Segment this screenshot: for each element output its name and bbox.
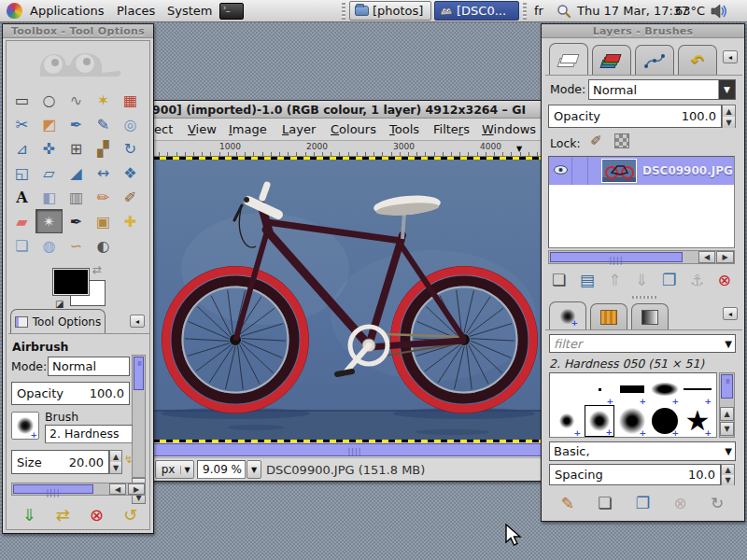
hscroll-left-button[interactable]: ◀ — [109, 483, 126, 495]
default-colours-icon[interactable]: ◪ — [55, 299, 63, 309]
tool-perspective[interactable]: ◢ — [63, 161, 90, 185]
size-link-icon[interactable]: ↯ — [124, 454, 133, 466]
save-tool-options-button[interactable]: ⇓ — [22, 505, 36, 525]
tool-options-scrollbar[interactable]: ≡ — [132, 355, 146, 478]
tool-pencil[interactable]: ✏ — [90, 185, 117, 209]
taskbar-item-dsc[interactable]: [DSC0... — [434, 1, 519, 21]
brush-grid[interactable]: ++++++++★+ — [549, 372, 717, 438]
duplicate-layer-button[interactable]: ❐ — [662, 271, 676, 289]
new-layer-group-button[interactable]: ▤ — [580, 271, 595, 289]
clock[interactable]: Thu 17 Mar, 17:37 — [577, 4, 688, 18]
spacing-slider[interactable]: Spacing 10.0 — [549, 464, 721, 485]
tool-scale[interactable]: ◱ — [8, 161, 35, 185]
tool-ellipse-select[interactable]: ○ — [35, 88, 63, 112]
layer-link-cell[interactable] — [571, 157, 588, 185]
menu-select[interactable]: ect — [154, 122, 173, 136]
paint-mode-dropdown[interactable]: Normal — [48, 357, 130, 376]
image-canvas[interactable] — [153, 157, 557, 442]
tool-options-hscrollbar[interactable]: |||| ◀ ▶ — [11, 483, 146, 496]
layer-opacity-slider[interactable]: Opacity 100.0 — [548, 105, 722, 128]
menu-places[interactable]: Places — [113, 3, 159, 20]
delete-tool-options-button[interactable]: ⊗ — [90, 505, 104, 525]
tool-paths[interactable]: ✒ — [63, 112, 90, 136]
brush-hardness-100[interactable]: + — [650, 405, 680, 437]
tab-tool-options[interactable]: Tool Options — [10, 309, 106, 333]
tool-ink[interactable]: ✒ — [63, 209, 90, 233]
size-spin-up[interactable]: ▲ — [110, 451, 121, 462]
size-spin-down[interactable]: ▼ — [110, 462, 121, 473]
delete-layer-button[interactable]: ⊗ — [718, 271, 731, 289]
opacity-spin-down[interactable]: ▼ — [723, 117, 735, 128]
temperature-indicator[interactable]: 63°C — [675, 4, 705, 18]
terminal-launcher-icon[interactable]: ›_ — [219, 3, 244, 20]
edit-brush-button[interactable]: ✎ — [561, 494, 574, 512]
layers-titlebar[interactable]: Layers - Brushes — [542, 24, 744, 38]
reset-tool-options-button[interactable]: ↺ — [123, 505, 137, 525]
tab-paths[interactable] — [635, 45, 674, 75]
tab-gradients[interactable] — [631, 303, 669, 329]
lock-alpha-icon[interactable] — [614, 133, 629, 148]
tool-gradient[interactable]: ▥ — [63, 185, 90, 209]
brush-block[interactable]: + — [617, 373, 647, 405]
distro-menu-icon[interactable] — [7, 3, 22, 19]
zoom-dropdown-button[interactable]: ▼ — [247, 460, 261, 479]
tool-heal[interactable]: ✚ — [117, 209, 144, 233]
tool-perspective-clone[interactable]: ❏ — [8, 233, 35, 258]
menu-filters[interactable]: Filters — [433, 122, 470, 136]
layer-mode-dropdown[interactable]: Normal ▼ — [588, 79, 736, 100]
menu-windows[interactable]: Windows — [482, 122, 536, 136]
brush-preview-button[interactable]: + — [11, 412, 39, 440]
tool-cage-transform[interactable]: ❖ — [117, 161, 144, 185]
duplicate-brush-button[interactable]: ❐ — [636, 494, 650, 512]
tool-smudge[interactable]: ∽ — [63, 233, 90, 258]
hscroll-right-button[interactable]: ▶ — [128, 483, 145, 495]
tool-align[interactable]: ⊞ — [63, 136, 90, 161]
brush-name-field[interactable]: 2. Hardness — [45, 425, 133, 443]
gimp-image-window[interactable]: 900] (imported)-1.0 (RGB colour, 1 layer… — [149, 100, 557, 482]
eye-icon[interactable] — [549, 164, 571, 177]
toolbox-titlebar[interactable]: Toolbox - Tool Options — [3, 24, 153, 38]
brushes-menu-button[interactable]: ◂ — [723, 307, 738, 320]
tool-clone[interactable]: ▣ — [90, 209, 117, 233]
layer-name[interactable]: DSC09900.JPG — [642, 164, 733, 177]
raise-layer-button[interactable]: ⇑ — [608, 271, 621, 289]
menu-colours[interactable]: Colours — [331, 122, 376, 136]
tool-text[interactable]: A — [8, 185, 35, 209]
tool-move[interactable]: ✜ — [35, 136, 63, 161]
swap-colours-icon[interactable]: ⇄ — [92, 263, 102, 276]
keyboard-layout-indicator[interactable]: fr — [534, 4, 543, 18]
tool-fuzzy-select[interactable]: ✶ — [90, 88, 117, 112]
new-layer-button[interactable]: ❏ — [552, 271, 566, 289]
brush-star[interactable]: ★+ — [683, 405, 712, 437]
tool-rotate[interactable]: ↻ — [117, 136, 144, 161]
tool-free-select[interactable]: ∿ — [63, 88, 90, 112]
scroll-down-button[interactable]: ▼ — [720, 422, 734, 436]
tool-crop[interactable]: ▞ — [90, 136, 117, 161]
menu-tools[interactable]: Tools — [389, 122, 419, 136]
tab-layers[interactable] — [549, 43, 588, 75]
brush-hardness-075[interactable]: + — [617, 405, 647, 437]
delete-brush-button[interactable]: ⊗ — [673, 494, 686, 512]
tool-eraser[interactable]: ▰ — [8, 209, 35, 233]
opacity-slider[interactable]: Opacity 100.0 — [11, 382, 130, 405]
brush-grid-scrollbar[interactable]: ≡ ▲ ▼ — [719, 372, 735, 438]
brush-group-dropdown[interactable]: Basic, ▼ — [549, 441, 736, 461]
tool-zoom[interactable]: ◎ — [117, 112, 144, 136]
tool-select-by-colour[interactable]: ▦ — [117, 88, 144, 112]
scroll-up-button[interactable]: ▲ — [720, 407, 734, 421]
tool-scissors-select[interactable]: ✂ — [8, 112, 35, 136]
canvas-horizontal-scrollbar[interactable]: |||| — [153, 443, 557, 456]
menu-system[interactable]: System — [163, 3, 216, 20]
tool-bucket-fill[interactable]: ◧ — [35, 185, 63, 209]
tool-shear[interactable]: ▱ — [35, 161, 63, 185]
brush-1-pixel[interactable]: + — [585, 373, 614, 405]
brush-2-hardness-050[interactable]: + — [585, 405, 614, 437]
layer-thumbnail[interactable] — [601, 159, 637, 183]
tab-undo-history[interactable]: ↶ — [678, 45, 717, 75]
dockable-menu-button[interactable]: ◂ — [130, 315, 145, 328]
panel-handle[interactable] — [523, 3, 527, 20]
scrollbar-thumb[interactable]: ≡ — [134, 357, 144, 390]
tab-channels[interactable] — [592, 45, 631, 75]
lower-layer-button[interactable]: ⇓ — [635, 271, 648, 289]
brush-hardness-025[interactable]: + — [552, 405, 582, 437]
